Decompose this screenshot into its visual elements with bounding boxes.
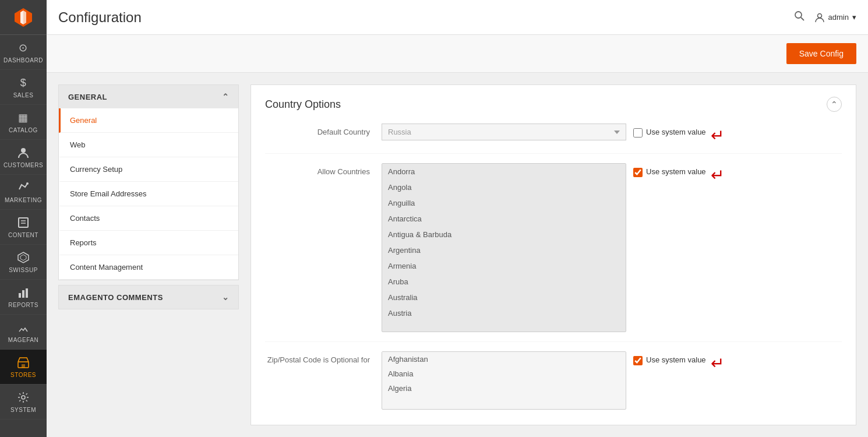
sidebar-item-swissup[interactable]: SWISSUP: [0, 245, 47, 280]
sidebar-item-label: CUSTOMERS: [3, 162, 43, 168]
main-content: Configuration admin ▾ Save Config: [47, 0, 868, 437]
use-system-checkbox-default-country[interactable]: [633, 128, 643, 138]
svg-point-3: [21, 148, 26, 153]
section-title: Country Options ⌃: [265, 97, 842, 112]
search-button[interactable]: [793, 10, 805, 24]
sidebar-item-catalog[interactable]: ▦ CATALOG: [0, 105, 47, 140]
section-link-currency-setup[interactable]: Currency Setup: [59, 157, 238, 182]
allow-countries-label: Allow Countries: [265, 163, 382, 176]
section-link-reports[interactable]: Reports: [59, 231, 238, 255]
sidebar-item-label: MARKETING: [5, 197, 42, 203]
sidebar-item-content[interactable]: CONTENT: [0, 210, 47, 245]
marketing-icon: [16, 181, 30, 195]
section-group-emagento: EMAGENTO COMMENTS ⌄: [58, 285, 239, 309]
section-group-general-header[interactable]: GENERAL ⌃: [59, 85, 238, 108]
sidebar-item-marketing[interactable]: MARKETING: [0, 175, 47, 210]
sidebar-item-magefan[interactable]: MAGEFAN: [0, 315, 47, 350]
system-icon: [16, 390, 30, 404]
stores-icon: [16, 355, 30, 369]
svg-rect-12: [26, 288, 28, 298]
left-panel: GENERAL ⌃ General Web Currency Setup Sto…: [58, 84, 239, 425]
content-area: GENERAL ⌃ General Web Currency Setup Sto…: [47, 73, 868, 437]
use-system-label-zip-optional: Use system value: [646, 355, 706, 364]
svg-marker-8: [18, 252, 29, 263]
swissup-icon: [16, 251, 30, 265]
chevron-up-icon: ⌃: [222, 92, 230, 101]
svg-point-4: [26, 182, 29, 185]
section-link-content-management[interactable]: Content Management: [59, 255, 238, 280]
sidebar: ⊙ DASHBOARD $ SALES ▦ CATALOG CUSTOMERS …: [0, 0, 47, 437]
reports-icon: [16, 286, 30, 299]
section-title-text: Country Options: [265, 98, 341, 111]
use-system-checkbox-allow-countries[interactable]: [633, 168, 643, 177]
section-link-web[interactable]: Web: [59, 133, 238, 157]
search-icon: [793, 10, 805, 22]
catalog-icon: ▦: [16, 111, 30, 125]
sidebar-item-label: SALES: [13, 92, 34, 98]
svg-rect-11: [22, 290, 24, 298]
collapse-section-button[interactable]: ⌃: [827, 97, 842, 112]
form-row-default-country: Default Country Russia Use system value …: [265, 124, 842, 154]
admin-username: admin: [828, 13, 849, 22]
default-country-label: Default Country: [265, 124, 382, 136]
sidebar-item-label: REPORTS: [8, 302, 38, 308]
sidebar-item-reports[interactable]: REPORTS: [0, 280, 47, 315]
admin-dropdown-arrow: ▾: [852, 13, 856, 22]
allow-countries-controls: Andorra Angola Anguilla Antarctica Antig…: [382, 163, 842, 332]
sidebar-item-system[interactable]: SYSTEM: [0, 385, 47, 420]
customers-icon: [16, 146, 30, 160]
sidebar-item-stores[interactable]: STORES: [0, 350, 47, 385]
header-actions: admin ▾: [793, 10, 856, 24]
use-system-wrap-default-country: Use system value ↵: [633, 124, 724, 144]
content-icon: [16, 216, 30, 230]
zip-optional-label: Zip/Postal Code is Optional for: [265, 351, 382, 364]
red-arrow-annotation-1: ↵: [711, 128, 724, 144]
use-system-wrap-allow-countries: Use system value ↵: [633, 163, 724, 184]
section-group-general-label: GENERAL: [68, 93, 107, 101]
admin-user-menu[interactable]: admin ▾: [814, 12, 856, 23]
sidebar-item-label: SWISSUP: [9, 267, 38, 273]
form-row-allow-countries: Allow Countries Andorra Angola Anguilla …: [265, 163, 842, 342]
section-link-store-email[interactable]: Store Email Addresses: [59, 182, 238, 206]
save-config-button[interactable]: Save Config: [786, 43, 856, 64]
magefan-icon: [16, 320, 30, 334]
section-general-items: General Web Currency Setup Store Email A…: [59, 108, 238, 280]
section-group-emagento-label: EMAGENTO COMMENTS: [68, 293, 163, 302]
sidebar-item-label: CATALOG: [9, 127, 38, 133]
right-panel: Country Options ⌃ Default Country Russia…: [250, 84, 856, 425]
section-group-general: GENERAL ⌃ General Web Currency Setup Sto…: [58, 84, 239, 280]
svg-rect-5: [19, 218, 28, 227]
svg-point-16: [795, 12, 802, 18]
svg-marker-9: [20, 255, 26, 260]
red-arrow-annotation-3: ↵: [711, 355, 724, 372]
zip-optional-multiselect-wrap: Afghanistan Albania Algeria: [382, 351, 626, 410]
user-icon: [814, 12, 825, 23]
chevron-down-icon: ⌄: [222, 292, 230, 302]
sidebar-logo: [0, 0, 47, 35]
toolbar: Save Config: [47, 35, 868, 73]
svg-line-17: [801, 17, 804, 20]
section-link-contacts[interactable]: Contacts: [59, 206, 238, 231]
sales-icon: $: [16, 76, 30, 90]
sidebar-item-label: CONTENT: [8, 232, 38, 238]
svg-marker-1: [20, 10, 23, 24]
allow-countries-select[interactable]: Andorra Angola Anguilla Antarctica Antig…: [382, 163, 626, 332]
default-country-controls: Russia Use system value ↵: [382, 124, 842, 144]
sidebar-item-dashboard[interactable]: ⊙ DASHBOARD: [0, 35, 47, 70]
sidebar-item-label: MAGEFAN: [8, 337, 38, 343]
use-system-checkbox-zip-optional[interactable]: [633, 356, 643, 365]
page-title: Configuration: [58, 9, 142, 26]
form-row-zip-optional: Zip/Postal Code is Optional for Afghanis…: [265, 351, 842, 419]
dashboard-icon: ⊙: [16, 41, 30, 55]
sidebar-item-sales[interactable]: $ SALES: [0, 70, 47, 105]
sidebar-item-label: DASHBOARD: [3, 57, 43, 64]
sidebar-item-label: SYSTEM: [10, 407, 36, 413]
zip-optional-select[interactable]: Afghanistan Albania Algeria: [382, 351, 626, 410]
sidebar-item-customers[interactable]: CUSTOMERS: [0, 140, 47, 175]
default-country-select[interactable]: Russia: [382, 124, 626, 140]
svg-marker-2: [23, 10, 26, 24]
section-link-general[interactable]: General: [59, 108, 238, 133]
use-system-wrap-zip-optional: Use system value ↵: [633, 351, 724, 372]
section-group-emagento-header[interactable]: EMAGENTO COMMENTS ⌄: [59, 286, 238, 309]
sidebar-item-label: STORES: [10, 372, 36, 378]
